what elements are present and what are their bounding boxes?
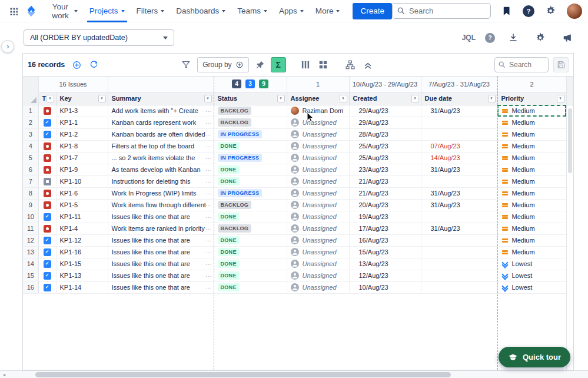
- assignee-cell[interactable]: Unassigned: [287, 140, 349, 152]
- row-number-cell[interactable]: 9: [23, 199, 38, 211]
- column-header-due-date[interactable]: Due date▾: [421, 92, 497, 105]
- status-cell[interactable]: IN PROGRESS: [214, 128, 287, 140]
- priority-cell[interactable]: Medium: [497, 140, 566, 152]
- status-cell[interactable]: DONE: [214, 175, 287, 187]
- due-date-cell[interactable]: 31/Aug/23: [421, 199, 497, 211]
- created-cell[interactable]: 12/Aug/23: [349, 270, 421, 281]
- key-cell[interactable]: KP1-8: [56, 140, 108, 152]
- scroll-left-button[interactable]: ◂: [0, 371, 8, 378]
- status-cell[interactable]: BACKLOG: [214, 223, 287, 234]
- collapse-all-button[interactable]: [361, 58, 374, 71]
- due-date-cell[interactable]: 31/Aug/23: [421, 164, 497, 175]
- issue-row[interactable]: 5 KP1-7 ... so 2 work items violate the …: [23, 152, 566, 164]
- row-number-cell[interactable]: 10: [23, 211, 38, 223]
- row-number-cell[interactable]: 6: [23, 164, 38, 175]
- row-number-cell[interactable]: 2: [23, 117, 38, 128]
- assignee-cell[interactable]: Unassigned: [287, 258, 349, 270]
- app-switcher-button[interactable]: [6, 5, 21, 18]
- quick-tour-button[interactable]: Quick tour: [499, 347, 570, 367]
- key-cell[interactable]: KP1-16: [56, 246, 108, 258]
- summary-cell[interactable]: Issues like this one that are: [108, 258, 214, 270]
- priority-cell[interactable]: Medium: [497, 128, 566, 140]
- key-cell[interactable]: KP1-14: [56, 281, 108, 293]
- priority-cell[interactable]: Medium: [497, 211, 566, 223]
- nav-item-apps[interactable]: Apps: [273, 0, 310, 22]
- type-cell[interactable]: [38, 187, 56, 199]
- key-cell[interactable]: KP1-4: [56, 223, 108, 234]
- nav-item-dashboards[interactable]: Dashboards: [170, 0, 231, 22]
- summary-cell[interactable]: Issues like this one that are: [108, 234, 214, 246]
- summary-cell[interactable]: As teams develop with Kanban: [108, 164, 214, 175]
- column-header-type[interactable]: T▾: [38, 92, 56, 105]
- summary-cell[interactable]: Instructions for deleting this: [108, 175, 214, 187]
- summary-cell[interactable]: Issues like this one that are: [108, 211, 214, 223]
- filter-button[interactable]: [180, 58, 192, 71]
- saved-filter-dropdown[interactable]: All (ORDER BY updatedDate): [24, 29, 174, 46]
- status-cell[interactable]: BACKLOG: [214, 117, 287, 128]
- type-cell[interactable]: [38, 211, 56, 223]
- priority-cell[interactable]: Lowest: [497, 270, 566, 281]
- issue-row[interactable]: 14 KP1-15 Issues like this one that are …: [23, 258, 566, 270]
- created-cell[interactable]: 25/Aug/23: [349, 152, 421, 164]
- column-header-priority[interactable]: Priority▾: [497, 92, 566, 105]
- assignee-cell[interactable]: Unassigned: [287, 175, 349, 187]
- save-view-button[interactable]: [553, 57, 569, 72]
- key-cell[interactable]: KP1-1: [56, 117, 108, 128]
- column-width-button[interactable]: [299, 58, 312, 71]
- created-cell[interactable]: 29/Aug/23: [349, 105, 421, 117]
- filter-dropdown-icon[interactable]: ▾: [204, 95, 212, 102]
- assignee-cell[interactable]: Unassigned: [287, 281, 349, 293]
- due-date-cell[interactable]: 07/Aug/23: [421, 140, 497, 152]
- nav-item-teams[interactable]: Teams: [231, 0, 273, 22]
- assignee-cell[interactable]: Unassigned: [287, 246, 349, 258]
- row-number-cell[interactable]: 7: [23, 175, 38, 187]
- issue-row[interactable]: 16 KP1-14 Issues like this one that are …: [23, 281, 566, 293]
- created-cell[interactable]: 17/Aug/23: [349, 223, 421, 234]
- row-number-cell[interactable]: 1: [23, 105, 38, 117]
- row-number-cell[interactable]: 15: [23, 270, 38, 281]
- issue-row[interactable]: 11 KP1-4 Work items are ranked in priori…: [23, 223, 566, 234]
- row-number-cell[interactable]: 12: [23, 234, 38, 246]
- type-cell[interactable]: [38, 281, 56, 293]
- due-date-cell[interactable]: [421, 234, 497, 246]
- priority-cell[interactable]: Medium: [497, 175, 566, 187]
- created-cell[interactable]: 13/Aug/23: [349, 258, 421, 270]
- status-cell[interactable]: DONE: [214, 270, 287, 281]
- created-cell[interactable]: 15/Aug/23: [349, 246, 421, 258]
- issue-row[interactable]: 9 KP1-5 Work items flow through differen…: [23, 199, 566, 211]
- issue-row[interactable]: 12 KP1-12 Issues like this one that are …: [23, 234, 566, 246]
- created-cell[interactable]: 10/Aug/23: [349, 281, 421, 293]
- summary-cell[interactable]: Issues like this one that are: [108, 281, 214, 293]
- summary-cell[interactable]: Kanban cards represent work: [108, 117, 214, 128]
- summary-cell[interactable]: Issues like this one that are: [108, 270, 214, 281]
- global-search-input[interactable]: [392, 3, 491, 19]
- column-header-status[interactable]: Status▾: [214, 92, 287, 105]
- column-header-key[interactable]: Key▾: [56, 92, 108, 105]
- priority-cell[interactable]: Medium: [497, 234, 566, 246]
- filter-dropdown-icon[interactable]: ▾: [277, 95, 285, 102]
- priority-cell[interactable]: Medium: [497, 164, 566, 175]
- summary-cell[interactable]: Filters at the top of the board: [108, 140, 214, 152]
- status-cell[interactable]: DONE: [214, 211, 287, 223]
- issue-row[interactable]: 10 KP1-11 Issues like this one that are …: [23, 211, 566, 223]
- key-cell[interactable]: KP1-11: [56, 211, 108, 223]
- priority-cell[interactable]: Lowest: [497, 281, 566, 293]
- vertical-scrollbar[interactable]: [566, 77, 573, 370]
- key-cell[interactable]: KP1-12: [56, 234, 108, 246]
- announcements-button[interactable]: [559, 30, 576, 45]
- due-date-cell[interactable]: [421, 117, 497, 128]
- jql-toggle[interactable]: JQL: [462, 34, 476, 42]
- assignee-cell[interactable]: Unassigned: [287, 128, 349, 140]
- add-record-button[interactable]: [71, 59, 83, 71]
- filter-dropdown-icon[interactable]: ▾: [46, 95, 54, 102]
- status-cell[interactable]: IN PROGRESS: [214, 152, 287, 164]
- assignee-cell[interactable]: Unassigned: [287, 117, 349, 128]
- status-cell[interactable]: BACKLOG: [214, 199, 287, 211]
- summary-cell[interactable]: Issues like this one that are: [108, 246, 214, 258]
- help-button[interactable]: ?: [523, 5, 534, 17]
- due-date-cell[interactable]: [421, 258, 497, 270]
- type-cell[interactable]: [38, 152, 56, 164]
- row-number-cell[interactable]: 16: [23, 281, 38, 293]
- horizontal-scrollbar[interactable]: ◂: [0, 370, 588, 378]
- priority-cell[interactable]: Medium: [497, 117, 566, 128]
